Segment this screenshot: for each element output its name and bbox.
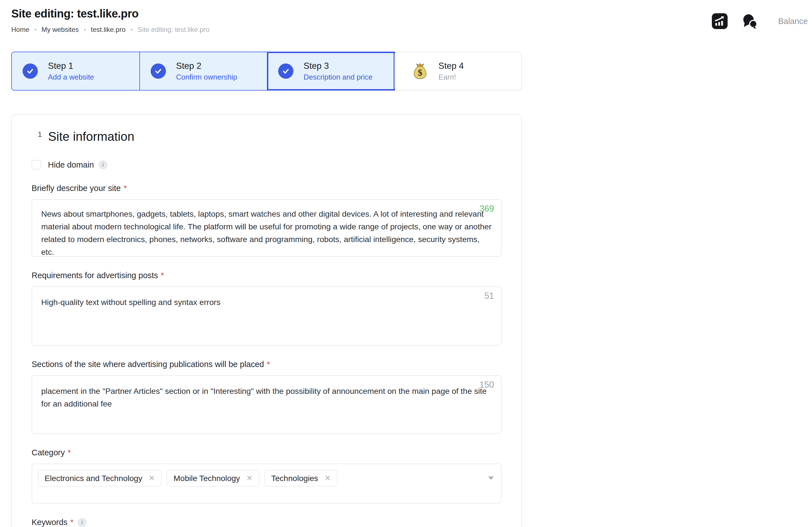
breadcrumb-site[interactable]: test.like.pro bbox=[91, 26, 126, 33]
category-select[interactable]: Electronics and Technology ✕ Mobile Tech… bbox=[32, 464, 502, 503]
section-number: 1 bbox=[38, 130, 42, 139]
sections-label: Sections of the site where advertising p… bbox=[32, 360, 502, 369]
section-title: Site information bbox=[48, 130, 134, 144]
breadcrumb: Home My websites test.like.pro Site edit… bbox=[11, 26, 801, 33]
required-asterisk: * bbox=[267, 360, 270, 369]
category-chips: Electronics and Technology ✕ Mobile Tech… bbox=[38, 470, 484, 487]
check-circle-icon bbox=[151, 63, 166, 79]
hide-domain-label: Hide domain bbox=[48, 160, 94, 170]
keywords-label: Keywords * i bbox=[32, 518, 502, 527]
money-bag-icon: $ bbox=[411, 62, 429, 80]
hide-domain-row: Hide domain i bbox=[32, 160, 502, 170]
section-header: 1 Site information bbox=[32, 130, 502, 144]
requirements-label: Requirements for advertising posts * bbox=[32, 271, 502, 280]
describe-field-wrap: News about smartphones, gadgets, tablets… bbox=[32, 199, 502, 257]
step-title: Step 4 bbox=[438, 61, 464, 71]
check-circle-icon bbox=[278, 63, 293, 79]
info-icon[interactable]: i bbox=[77, 518, 87, 527]
page-title: Site editing: test.like.pro bbox=[11, 8, 801, 20]
remove-tag-icon[interactable]: ✕ bbox=[246, 474, 253, 482]
step-title: Step 2 bbox=[176, 61, 237, 71]
step-3-description-price[interactable]: Step 3 Description and price bbox=[267, 52, 394, 90]
topbar-actions: Balance bbox=[711, 12, 808, 30]
required-asterisk: * bbox=[161, 271, 164, 280]
breadcrumb-home[interactable]: Home bbox=[11, 26, 29, 33]
step-subtitle: Earn! bbox=[438, 73, 464, 82]
sections-char-count: 150 bbox=[479, 380, 494, 390]
stepper-completed-group: Step 1 Add a website Step 2 Confirm owne… bbox=[11, 52, 395, 90]
breadcrumb-separator bbox=[84, 29, 86, 31]
category-chip: Mobile Technology ✕ bbox=[167, 470, 259, 487]
progress-stepper: Step 1 Add a website Step 2 Confirm owne… bbox=[11, 52, 522, 90]
breadcrumb-separator bbox=[131, 29, 133, 31]
step-title: Step 1 bbox=[48, 61, 94, 71]
requirements-char-count: 51 bbox=[484, 291, 494, 301]
requirements-field-wrap: High-quality text without spelling and s… bbox=[32, 286, 502, 346]
sections-field-wrap: placement in the "Partner Articles" sect… bbox=[32, 375, 502, 434]
statistics-icon bbox=[711, 12, 728, 30]
step-1-add-website[interactable]: Step 1 Add a website bbox=[12, 52, 140, 90]
svg-text:$: $ bbox=[418, 68, 422, 77]
chat-icon bbox=[741, 13, 758, 29]
step-4-earn[interactable]: $ Step 4 Earn! bbox=[394, 52, 522, 90]
info-icon[interactable]: i bbox=[99, 160, 107, 169]
balance-label[interactable]: Balance bbox=[778, 17, 808, 26]
required-asterisk: * bbox=[70, 518, 73, 527]
category-chip: Electronics and Technology ✕ bbox=[38, 470, 162, 487]
check-circle-icon bbox=[23, 63, 38, 79]
step-title: Step 3 bbox=[304, 61, 373, 71]
required-asterisk: * bbox=[68, 448, 71, 457]
step-2-confirm-ownership[interactable]: Step 2 Confirm ownership bbox=[140, 52, 267, 90]
step-subtitle: Description and price bbox=[304, 73, 373, 82]
breadcrumb-my-websites[interactable]: My websites bbox=[42, 26, 79, 33]
required-asterisk: * bbox=[124, 184, 127, 193]
site-information-card: 1 Site information Hide domain i Briefly… bbox=[11, 114, 522, 527]
hide-domain-checkbox[interactable] bbox=[32, 160, 41, 170]
step-subtitle: Add a website bbox=[48, 73, 94, 82]
step-subtitle: Confirm ownership bbox=[176, 73, 237, 82]
chevron-down-icon[interactable] bbox=[488, 477, 494, 480]
category-label: Category * bbox=[32, 448, 502, 457]
breadcrumb-current: Site editing: test.like.pro bbox=[138, 26, 209, 33]
remove-tag-icon[interactable]: ✕ bbox=[148, 474, 155, 482]
statistics-icon[interactable] bbox=[711, 12, 728, 30]
remove-tag-icon[interactable]: ✕ bbox=[324, 474, 331, 482]
describe-textarea[interactable]: News about smartphones, gadgets, tablets… bbox=[32, 199, 502, 257]
requirements-textarea[interactable]: High-quality text without spelling and s… bbox=[32, 286, 502, 346]
sections-textarea[interactable]: placement in the "Partner Articles" sect… bbox=[32, 375, 502, 434]
describe-label: Briefly describe your site * bbox=[32, 184, 502, 193]
breadcrumb-separator bbox=[34, 29, 37, 31]
chat-icon[interactable] bbox=[741, 12, 758, 30]
page-header: Site editing: test.like.pro Home My webs… bbox=[0, 0, 812, 33]
describe-char-count: 369 bbox=[479, 204, 494, 214]
category-chip: Technologies ✕ bbox=[264, 470, 337, 487]
